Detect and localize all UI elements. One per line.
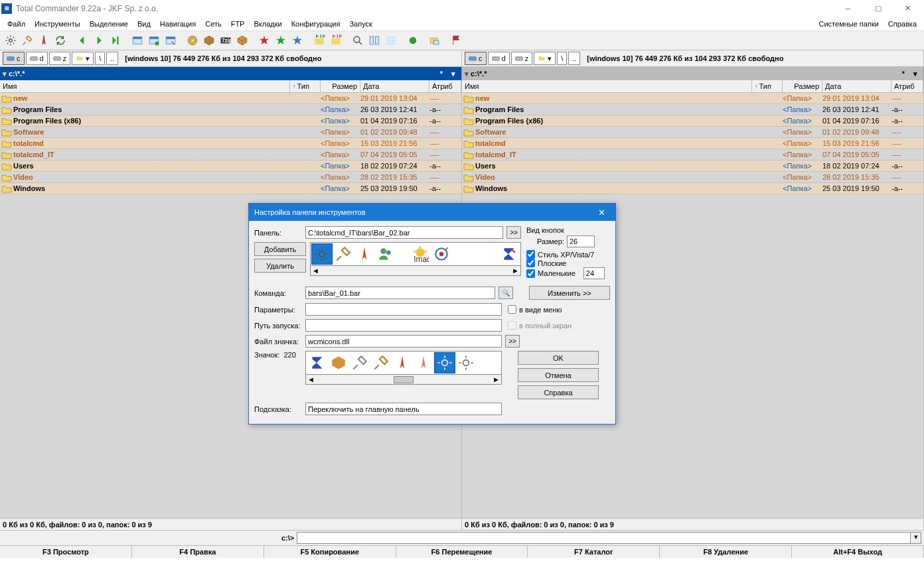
cd-icon[interactable] [185,33,200,48]
strip-icon-tools[interactable] [333,243,354,265]
skip-forward-icon[interactable] [108,33,123,48]
menu-Запуск[interactable]: Запуск [345,19,376,29]
menu-Вкладки[interactable]: Вкладки [249,19,286,29]
window2-icon[interactable] [146,33,161,48]
star-red-icon[interactable] [256,33,271,48]
forward-icon[interactable] [91,33,106,48]
file-row[interactable]: Software<Папка>01 02 2019 09:48---- [0,127,461,138]
picker-icon-sigma[interactable] [307,352,328,373]
input-iconfile[interactable] [305,335,502,348]
file-row[interactable]: Windows<Папка>25 03 2019 19:50-a-- [462,183,923,194]
star-blue-icon[interactable] [289,33,305,48]
picker-scrollbar[interactable]: ◄► [305,375,502,385]
chk-flat[interactable] [526,259,535,267]
strip-icon-gear[interactable] [311,243,333,265]
window3-icon[interactable] [163,33,178,48]
cmd-input[interactable]: ▾ [297,532,921,544]
menu-Системные папки[interactable]: Системные папки [814,19,884,29]
file-row[interactable]: Video<Папка>28 02 2019 15:35---- [0,172,461,183]
input-small-size[interactable] [583,267,605,279]
fkey[interactable]: F4 Правка [132,546,264,558]
strip-icon-compass[interactable] [354,243,375,265]
strip-icon-users[interactable] [375,243,396,265]
file-row[interactable]: Windows<Папка>25 03 2019 19:50-a-- [0,183,461,194]
add-button[interactable]: Добавить [254,242,306,256]
chk-small[interactable] [526,269,535,278]
file-row[interactable]: new<Папка>29 01 2019 13:04---- [0,93,461,104]
icon-picker-strip[interactable] [305,351,502,375]
dialog-titlebar[interactable]: Настройка панели инструментов ✕ [249,204,615,221]
col-name[interactable]: Имя [0,80,290,92]
file-row[interactable]: Program Files<Папка>26 03 2019 12:41-a-- [0,104,461,115]
fkey[interactable]: Alt+F4 Выход [792,546,924,558]
path-root-right[interactable]: \ [557,52,567,65]
ok-button[interactable]: OK [518,351,599,365]
picker-icon-tools[interactable] [370,352,392,373]
ftp2-icon[interactable]: FTP [328,33,343,48]
strip-scrollbar[interactable]: ◄► [310,266,521,276]
cmd-dropdown[interactable]: ▾ [910,533,921,543]
path-up-right[interactable]: .. [568,52,580,65]
drive-root-left[interactable]: ▾ [72,52,94,65]
fkey[interactable]: F6 Перемещение [396,546,528,558]
chk-as-menu[interactable] [508,305,516,314]
ftp1-icon[interactable]: FTP [311,33,327,48]
col-name[interactable]: Имя [462,80,752,92]
input-size[interactable] [567,235,595,247]
maximize-button[interactable]: ▢ [863,0,893,17]
col-date[interactable]: Дата [822,80,891,92]
strip-icon-sigma[interactable] [499,243,520,265]
package-icon[interactable] [234,33,250,48]
strip-icon-target[interactable] [431,243,452,265]
drive-c-right[interactable]: c [465,52,487,65]
path-dd-right[interactable]: ▾ [910,70,921,78]
file-row[interactable]: Users<Папка>18 02 2019 07:24-a-- [0,161,461,172]
picker-icon-gear1[interactable] [434,352,455,373]
dialog-close-button[interactable]: ✕ [593,208,610,218]
7zip-icon[interactable]: 7zip [218,33,233,48]
path-left[interactable]: ▾ c:\*.* *▾ [0,67,462,80]
file-row[interactable]: totalcmd_IT<Папка>07 04 2019 05:05---- [0,149,461,161]
menu-Выделение[interactable]: Выделение [85,19,133,29]
drive-z-right[interactable]: z [511,52,533,65]
menu-Конфигурация[interactable]: Конфигурация [287,19,345,29]
refresh-icon[interactable] [52,33,68,48]
col-type[interactable]: ↑Тип [290,80,321,92]
file-row[interactable]: Software<Папка>01 02 2019 09:48---- [462,127,923,138]
drive-z-left[interactable]: z [49,52,71,65]
menu-Файл[interactable]: Файл [3,19,30,29]
file-row[interactable]: Program Files (x86)<Папка>01 04 2019 07:… [0,115,461,127]
input-command[interactable] [305,287,495,299]
menu-Сеть[interactable]: Сеть [200,19,226,29]
command-search-button[interactable]: 🔍 [499,287,513,299]
col-attr[interactable]: Атриб [429,80,461,92]
folder-opt-icon[interactable] [427,33,442,48]
picker-icon-box[interactable] [328,352,349,373]
col-date[interactable]: Дата [360,80,429,92]
delete-button[interactable]: Удалить [254,259,306,273]
file-row[interactable]: Program Files (x86)<Папка>01 04 2019 07:… [462,115,923,127]
drive-root-right[interactable]: ▾ [534,52,556,65]
fkey[interactable]: F3 Просмотр [0,546,132,558]
file-row[interactable]: new<Папка>29 01 2019 13:04---- [462,93,923,104]
col-attr[interactable]: Атриб [891,80,923,92]
path-right[interactable]: ▾ c:\*.* *▾ [462,67,924,80]
red-flag-icon[interactable] [449,33,464,48]
menu-Справка[interactable]: Справка [884,19,921,29]
minimize-button[interactable]: ─ [833,0,863,17]
col-type[interactable]: ↑Тип [752,80,783,92]
file-row[interactable]: Video<Папка>28 02 2019 15:35---- [462,172,923,183]
path-star-left[interactable]: * [436,70,447,78]
picker-icon-gear2[interactable] [455,352,477,373]
col-size[interactable]: Размер [783,80,822,92]
change-button[interactable]: Изменить >> [529,286,610,300]
browse-iconfile-button[interactable]: >> [505,335,520,348]
green-dot-icon[interactable] [405,33,420,48]
toolbar-icons-strip[interactable]: Imagine [310,242,521,266]
box-icon[interactable] [201,33,216,48]
back-icon[interactable] [74,33,90,48]
drive-c-left[interactable]: c [3,52,25,65]
drive-d-left[interactable]: d [26,52,48,65]
fkey[interactable]: F5 Копирование [264,546,396,558]
col-size[interactable]: Размер [321,80,360,92]
